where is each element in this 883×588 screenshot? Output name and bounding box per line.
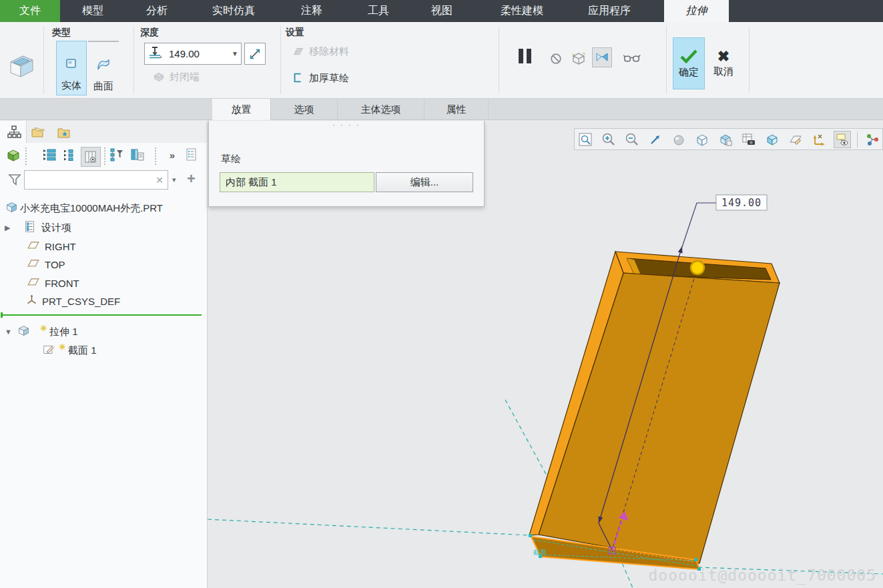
tree-search-input[interactable] <box>25 175 156 186</box>
spin-center-icon[interactable] <box>864 131 881 148</box>
sketch-vertex-dot <box>529 534 532 537</box>
tree-filters-icon[interactable] <box>109 147 125 163</box>
menu-file[interactable]: 文件 <box>0 0 60 22</box>
extruded-body[interactable] <box>529 252 780 563</box>
datum-display-icon[interactable] <box>787 131 804 148</box>
overflow-chevrons-icon[interactable]: » <box>164 147 180 163</box>
tree-node-label: 设计项 <box>41 222 71 234</box>
depth-input-group: 149.00 ▼ <box>144 43 242 65</box>
pending-feature-icon: ✳ <box>59 342 65 352</box>
depth-drag-handle[interactable] <box>691 261 704 274</box>
dimension-value-text[interactable]: 149.00 <box>721 197 762 209</box>
tree-node-4[interactable]: FRONT <box>0 274 207 292</box>
edit-sketch-button[interactable]: 编辑... <box>376 172 473 192</box>
watermark-text: dooooit@dooooit_7000005 <box>649 567 877 584</box>
expand-all-icon[interactable] <box>41 147 57 163</box>
clear-search-icon[interactable]: ✕ <box>156 175 168 186</box>
dashboard-tab-0[interactable]: 放置 <box>212 99 271 120</box>
no-preview-icon <box>549 52 563 65</box>
saved-orientations-icon[interactable] <box>717 131 734 148</box>
dashboard-tab-3[interactable]: 属性 <box>424 99 489 120</box>
placement-panel: · · · · 草绘 内部 截面 1 编辑... <box>208 121 485 207</box>
flip-depth-direction-button[interactable] <box>244 43 266 65</box>
menu-item-5[interactable]: 视图 <box>402 0 482 22</box>
tree-node-label: 拉伸 1 <box>49 326 78 338</box>
dashboard-tab-1[interactable]: 选项 <box>271 99 338 120</box>
graphics-viewport[interactable]: 截面 149.00 · · · · 草绘 内部 截面 1 编辑... doooo… <box>208 121 883 588</box>
graphics-display-icon[interactable] <box>834 131 851 148</box>
collapse-all-icon[interactable] <box>61 147 77 163</box>
insert-here-marker[interactable] <box>3 314 202 316</box>
tree-node-label: FRONT <box>45 278 79 289</box>
panel-drag-handle[interactable]: · · · · <box>332 122 360 127</box>
tree-node-2[interactable]: RIGHT <box>0 237 207 256</box>
tree-columns-icon[interactable] <box>81 147 101 167</box>
show-items-cube-icon[interactable] <box>5 147 21 163</box>
tree-node-5[interactable]: PRT_CSYS_DEF <box>0 292 207 310</box>
cancel-x-icon: ✖ <box>717 49 729 64</box>
expander-expanded-icon[interactable]: ▼ <box>5 328 12 336</box>
menu-item-6[interactable]: 柔性建模 <box>482 0 562 22</box>
zoom-window-icon[interactable] <box>577 131 594 148</box>
expander-collapsed-icon[interactable]: ▶ <box>5 224 10 232</box>
ribbon-tab-extrude[interactable]: 拉伸 <box>664 0 729 22</box>
tree-node-label: RIGHT <box>45 241 76 252</box>
dashboard-tab-2[interactable]: 主体选项 <box>338 99 424 120</box>
tree-node-0[interactable]: 小米充电宝10000MAH外壳.PRT <box>0 199 207 218</box>
closed-end-option: 封闭端 <box>152 70 200 83</box>
navigator-tabs <box>0 121 207 143</box>
datum-line-diagonal-upper[interactable] <box>505 400 547 477</box>
surface-icon <box>96 57 111 75</box>
zoom-in-icon[interactable] <box>600 131 617 148</box>
extrude-dashboard-ribbon: 类型 实体 曲面 深度 149.00 ▼ 封闭端 设置 移除材料 加厚草绘 <box>0 22 883 99</box>
type-group-label: 类型 <box>52 27 71 39</box>
extrude-feature-icon <box>17 324 30 339</box>
toolbar-divider <box>857 131 858 148</box>
thicken-sketch-option[interactable]: 加厚草绘 <box>292 71 349 85</box>
pending-feature-icon: ✳ <box>40 324 47 333</box>
menu-item-2[interactable]: 实时仿真 <box>194 0 274 22</box>
solid-type-button[interactable]: 实体 <box>56 41 87 95</box>
search-dropdown-icon[interactable]: ▾ <box>172 176 176 184</box>
unattached-preview-button[interactable] <box>569 49 589 69</box>
datum-line-horizontal-left[interactable] <box>208 519 529 535</box>
menu-item-7[interactable]: 应用程序 <box>569 0 649 22</box>
attached-preview-button[interactable] <box>592 47 612 67</box>
in-graphics-toolbar <box>574 128 883 150</box>
tree-node-7[interactable]: ▼✳拉伸 1 <box>0 322 207 341</box>
no-preview-button[interactable] <box>546 49 566 69</box>
tree-format-icon[interactable] <box>129 147 145 163</box>
depth-type-icon[interactable] <box>145 45 165 63</box>
surface-type-button[interactable]: 曲面 <box>88 41 119 95</box>
filter-funnel-icon <box>7 172 23 188</box>
tree-settings-icon[interactable] <box>183 147 199 163</box>
depth-value-input[interactable]: 149.00 <box>165 48 229 59</box>
tree-node-label: 截面 1 <box>68 344 97 357</box>
tree-node-1[interactable]: ▶设计项 <box>0 218 207 237</box>
tree-node-label: TOP <box>45 259 65 270</box>
tree-node-3[interactable]: TOP <box>0 255 207 274</box>
repaint-icon[interactable] <box>647 131 664 148</box>
add-filter-button[interactable]: + <box>187 170 196 188</box>
perspective-view-icon[interactable] <box>764 131 781 148</box>
display-style-icon[interactable] <box>693 131 711 148</box>
part-icon <box>5 201 18 216</box>
annotation-display-icon[interactable] <box>810 131 828 148</box>
tree-node-8[interactable]: ✳截面 1 <box>0 341 207 360</box>
depth-dropdown-arrow[interactable]: ▼ <box>229 50 241 57</box>
check-feature-button[interactable] <box>622 49 642 69</box>
thicken-sketch-icon <box>292 71 305 85</box>
folder-browser-icon[interactable] <box>31 124 47 140</box>
zoom-out-icon[interactable] <box>623 131 641 148</box>
favorites-folder-icon[interactable] <box>56 124 72 140</box>
pause-button[interactable] <box>515 46 535 66</box>
datum-plane-icon <box>27 276 40 290</box>
cancel-button[interactable]: ✖ 取消 <box>707 37 740 89</box>
menu-item-1[interactable]: 分析 <box>117 0 197 22</box>
depth-group-label: 深度 <box>140 27 159 39</box>
shading-icon[interactable] <box>670 131 687 148</box>
sketch-collector-field[interactable]: 内部 截面 1 <box>220 172 374 192</box>
view-manager-icon[interactable] <box>740 131 758 148</box>
ok-button[interactable]: 确定 <box>673 37 705 89</box>
sketch-label: 草绘 <box>221 153 241 166</box>
